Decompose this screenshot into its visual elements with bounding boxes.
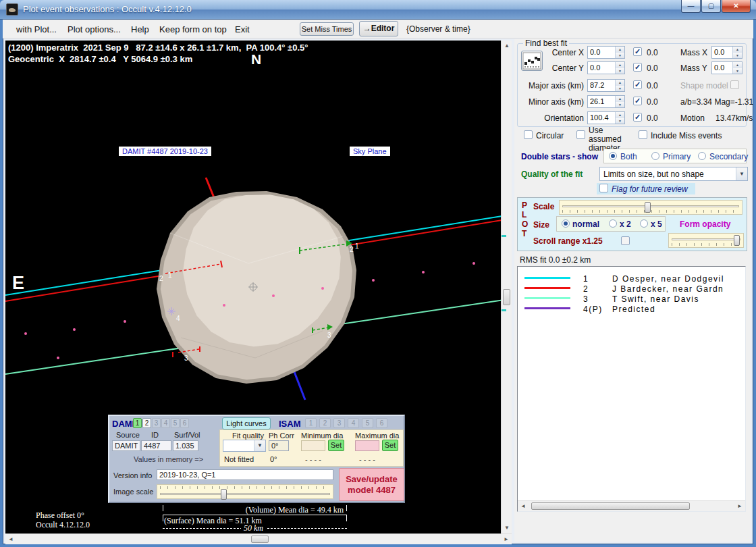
major-axis-err: 0.0 [647,81,658,90]
image-scale-slider[interactable] [157,484,333,499]
fit-quality-dropdown[interactable]: ▼ [223,440,266,452]
isam-model-5-button[interactable]: 5 [362,418,373,428]
version-info-label: Version info [113,471,152,479]
plot-vscrollbar[interactable]: ▲ ▼ [501,41,512,533]
double-both-label: Both [620,152,637,161]
menu-exit[interactable]: Exit [232,23,252,36]
size-normal-label: normal [572,219,599,229]
chord2-right-num: 2 [350,246,354,253]
form-opacity-slider[interactable] [668,233,744,248]
circular-checkbox[interactable] [524,130,533,139]
mass-y-spinner[interactable]: 0.0▲▼ [711,61,742,74]
center-x-spinner[interactable]: 0.0▲▼ [587,46,625,59]
min-dia-set-button[interactable]: Set [328,440,344,451]
damit-model-4-button[interactable]: 4 [161,418,170,428]
observer-list-hscrollbar-thumb[interactable] [531,502,690,510]
plot-hscrollbar-thumb[interactable] [251,536,269,543]
isam-model-1-button[interactable]: 1 [305,418,317,428]
damit-panel: DAMIT 1 2 3 4 5 6 Light curves ISAM 1 2 … [108,415,405,503]
minor-axis-checkbox[interactable]: ✓ [633,97,642,105]
mass-x-spinner[interactable]: 0.0▲▼ [711,46,742,59]
menu-keep-on-top[interactable]: Keep form on top [157,23,230,36]
size-x2-label: x 2 [620,219,631,229]
double-primary-radio[interactable] [651,152,659,160]
ph-corr-value[interactable]: 0° [269,440,289,451]
source-value: DAMIT [112,440,140,451]
observer-row-4[interactable]: 4(P) Predicted [518,304,746,314]
plot-header-line1: (1200) Imperatrix 2021 Sep 9 87.2 ±14.6 … [8,43,308,53]
quality-dropdown[interactable]: Limits on size, but no shape▼ [599,167,748,181]
phase-offset-label: Phase offset 0° [36,511,84,521]
isam-model-3-button[interactable]: 3 [333,418,345,428]
min-dia-field[interactable] [301,440,325,451]
max-dia-field[interactable] [355,440,379,451]
set-miss-times-button[interactable]: Set Miss Times [300,22,354,36]
chord1-right-num: 1 [355,243,359,250]
light-curves-button[interactable]: Light curves [222,417,271,429]
source-header: Source [116,431,140,439]
maximize-button[interactable]: ▢ [701,0,721,13]
scroll-range-checkbox[interactable] [621,236,630,245]
center-x-label: Center X [549,48,584,57]
major-axis-spinner[interactable]: 87.2▲▼ [587,79,625,92]
scale-slider-thumb[interactable] [645,202,651,213]
damit-model-2-button[interactable]: 2 [142,418,151,428]
menu-plot-options[interactable]: Plot options... [65,23,124,36]
size-x2-radio[interactable] [609,219,617,228]
version-info-field[interactable]: 2019-10-23, Q=1 [157,469,333,480]
circular-label: Circular [536,131,564,140]
menu-help[interactable]: Help [128,23,152,36]
center-x-checkbox[interactable]: ✓ [633,47,642,56]
minimize-button[interactable]: — [681,0,701,13]
model-tag-label: DAMIT #4487 2019-10-23 [119,147,211,156]
plot-hscrollbar[interactable]: ◄ ► [5,533,512,544]
menu-with-plot[interactable]: with Plot... [14,23,59,36]
orientation-checkbox[interactable]: ✓ [633,113,642,122]
observer-row-1[interactable]: 1 D Oesper, near Dodgevil [518,274,746,284]
fit-chart-button[interactable] [521,51,543,71]
orientation-spinner[interactable]: 100.4▲▼ [587,111,625,124]
observer-row-2[interactable]: 2 J Bardecker, near Gardn [518,284,746,294]
include-miss-label: Include Miss events [651,131,722,140]
size-x5-radio[interactable] [640,219,648,228]
center-y-checkbox[interactable]: ✓ [633,63,642,72]
use-assumed-checkbox[interactable] [576,130,585,139]
scale-slider[interactable] [559,200,742,215]
double-primary-label: Primary [663,152,691,161]
include-miss-checkbox[interactable] [639,130,647,139]
major-axis-checkbox[interactable]: ✓ [633,80,642,89]
mass-x-label: Mass X [680,48,707,57]
double-secondary-radio[interactable] [698,152,706,160]
chord-1-color [524,277,570,279]
damit-model-6-button[interactable]: 6 [180,418,189,428]
isam-model-6-button[interactable]: 6 [376,418,387,428]
editor-button[interactable]: →Editor [359,21,398,36]
damit-model-1-button[interactable]: 1 [133,418,142,428]
scale-label: Scale [533,202,554,211]
size-normal-radio[interactable] [562,219,570,228]
max-dia-set-button[interactable]: Set [382,440,398,451]
title-bar[interactable]: Plot event observations : Occult v.4.12.… [0,0,756,20]
isam-model-4-button[interactable]: 4 [348,418,359,428]
image-scale-slider-thumb[interactable] [221,489,227,500]
minor-axis-spinner[interactable]: 26.1▲▼ [587,95,625,108]
fit-quality-header: Fit quality [232,432,264,440]
close-button[interactable]: ✕ [722,0,751,13]
damit-model-5-button[interactable]: 5 [171,418,180,428]
flag-review-checkbox[interactable] [599,184,608,192]
double-both-radio[interactable] [609,152,617,160]
double-stars-label: Double stars - show [521,152,598,161]
isam-model-2-button[interactable]: 2 [319,418,331,428]
plot-vscrollbar-thumb[interactable] [503,289,510,305]
window-title: Plot event observations : Occult v.4.12.… [23,4,192,14]
memory-max-value: - - - - [359,455,375,463]
observer-row-3[interactable]: 3 T Swift, near Davis [518,294,746,304]
center-y-spinner[interactable]: 0.0▲▼ [587,61,625,74]
observer-list-hscrollbar[interactable]: ◄ ► [518,500,745,511]
menu-bar: with Plot... Plot options... Help Keep f… [3,20,753,38]
damit-model-3-button[interactable]: 3 [152,418,161,428]
save-update-model-button[interactable]: Save/update model 4487 [339,468,404,501]
observer-list[interactable]: 1 D Oesper, near Dodgevil 2 J Bardecker,… [517,266,746,512]
form-opacity-slider-thumb[interactable] [734,235,740,246]
size-label: Size [533,220,549,230]
